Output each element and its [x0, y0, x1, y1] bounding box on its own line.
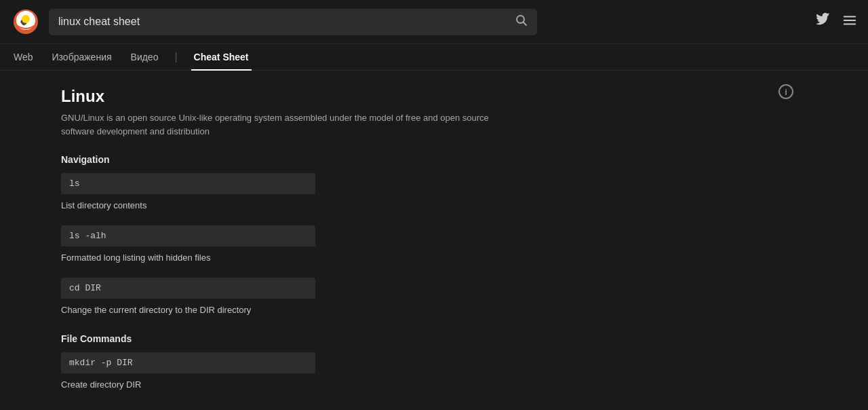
tab-web[interactable]: Web — [11, 45, 36, 71]
section-navigation: Navigation ls List directory contents ls… — [61, 154, 807, 320]
section-file-commands-title: File Commands — [61, 333, 807, 344]
command-mkdir-desc: Create directory DIR — [61, 373, 315, 394]
command-ls: ls List directory contents — [61, 173, 807, 215]
nav-divider: | — [174, 44, 177, 70]
main-content: i Linux GNU/Linux is an open source Unix… — [0, 71, 868, 399]
tab-video[interactable]: Видео — [128, 45, 161, 71]
section-file-commands: File Commands mkdir -p DIR Create direct… — [61, 333, 807, 394]
info-icon[interactable]: i — [778, 84, 793, 99]
svg-line-5 — [524, 22, 527, 25]
command-ls-code: ls — [61, 173, 315, 194]
twitter-icon[interactable] — [815, 13, 830, 31]
command-mkdir-code: mkdir -p DIR — [61, 352, 315, 373]
search-bar[interactable] — [49, 9, 537, 35]
command-ls-alh: ls -alh Formatted long listing with hidd… — [61, 225, 807, 267]
menu-icon[interactable] — [842, 13, 857, 31]
header — [0, 0, 868, 44]
command-ls-alh-desc: Formatted long listing with hidden files — [61, 246, 315, 267]
command-mkdir: mkdir -p DIR Create directory DIR — [61, 352, 807, 394]
svg-point-3 — [22, 15, 30, 23]
command-cd: cd DIR Change the current directory to t… — [61, 278, 807, 319]
command-cd-desc: Change the current directory to the DIR … — [61, 299, 315, 319]
header-right — [815, 13, 857, 31]
search-icon[interactable] — [515, 14, 528, 30]
cheat-description: GNU/Linux is an open source Unix-like op… — [61, 111, 495, 138]
nav-tabs: Web Изображения Видео | Cheat Sheet — [0, 44, 868, 71]
section-navigation-title: Navigation — [61, 154, 807, 165]
search-input[interactable] — [58, 16, 509, 28]
command-ls-alh-code: ls -alh — [61, 225, 315, 246]
command-cd-code: cd DIR — [61, 278, 315, 299]
cheat-title: Linux — [61, 87, 807, 106]
logo[interactable] — [11, 7, 41, 37]
command-ls-desc: List directory contents — [61, 194, 315, 215]
tab-cheatsheet[interactable]: Cheat Sheet — [191, 45, 252, 71]
tab-images[interactable]: Изображения — [50, 45, 115, 71]
